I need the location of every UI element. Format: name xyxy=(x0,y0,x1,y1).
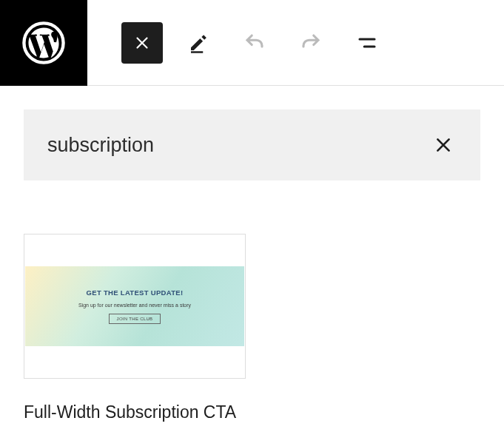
wordpress-logo-icon xyxy=(22,21,65,64)
list-icon xyxy=(356,32,378,54)
wordpress-logo-box[interactable] xyxy=(0,0,87,86)
svg-rect-1 xyxy=(191,51,203,53)
pencil-icon xyxy=(187,32,209,54)
search-results: GET THE LATEST UPDATE! Sign up for our n… xyxy=(24,180,480,422)
pattern-preview[interactable]: GET THE LATEST UPDATE! Sign up for our n… xyxy=(24,234,246,379)
undo-button[interactable] xyxy=(234,22,275,64)
preview-cta-subtitle: Sign up for our newsletter and never mis… xyxy=(78,303,191,308)
top-toolbar xyxy=(0,0,504,86)
preview-cta-title: GET THE LATEST UPDATE! xyxy=(87,288,184,297)
pattern-card[interactable]: GET THE LATEST UPDATE! Sign up for our n… xyxy=(24,234,246,422)
clear-search-button[interactable] xyxy=(430,132,457,158)
pattern-label: Full-Width Subscription CTA xyxy=(24,379,246,422)
close-button[interactable] xyxy=(121,22,163,64)
edit-button[interactable] xyxy=(178,22,219,64)
content-area: subscription GET THE LATEST UPDATE! Sign… xyxy=(0,86,504,422)
preview-gradient: GET THE LATEST UPDATE! Sign up for our n… xyxy=(25,266,244,346)
preview-cta-button: JOIN THE CLUB xyxy=(109,314,161,324)
search-input[interactable]: subscription xyxy=(47,134,154,157)
close-icon xyxy=(434,135,453,155)
redo-icon xyxy=(300,32,322,54)
close-icon xyxy=(132,33,152,53)
document-overview-button[interactable] xyxy=(346,22,388,64)
undo-icon xyxy=(243,32,266,54)
search-bar[interactable]: subscription xyxy=(24,109,480,180)
toolbar-buttons xyxy=(87,22,388,64)
redo-button[interactable] xyxy=(290,22,332,64)
